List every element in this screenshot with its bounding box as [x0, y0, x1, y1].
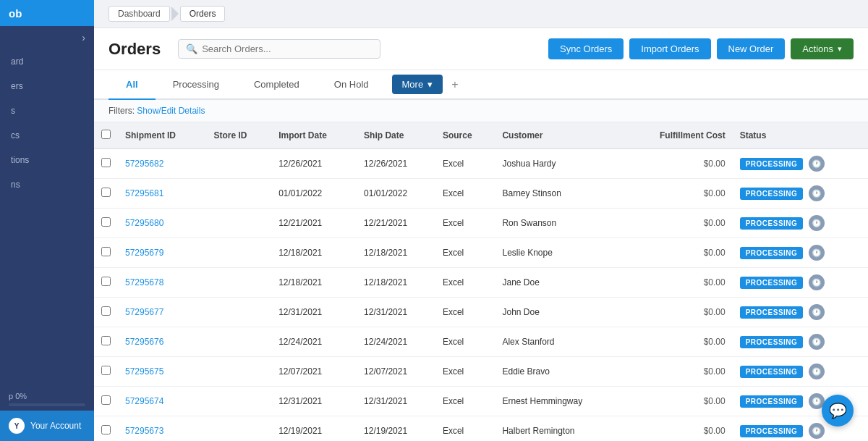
search-input[interactable] — [202, 43, 373, 54]
history-button[interactable]: 🕐 — [809, 185, 825, 201]
row-store-id — [206, 149, 271, 179]
row-source: Excel — [435, 416, 495, 442]
row-store-id — [206, 387, 271, 416]
table-row: 57295679 12/18/2021 12/18/2021 Excel Les… — [94, 238, 868, 268]
actions-button[interactable]: Actions — [791, 38, 854, 59]
shipment-id-link[interactable]: 57295675 — [125, 366, 163, 377]
table-row: 57295674 12/31/2021 12/31/2021 Excel Ern… — [94, 387, 868, 416]
row-checkbox-cell[interactable] — [94, 268, 118, 298]
history-button[interactable]: 🕐 — [809, 423, 825, 439]
row-checkbox-cell[interactable] — [94, 357, 118, 387]
row-checkbox-cell[interactable] — [94, 298, 118, 327]
tabs-add-button[interactable]: + — [443, 74, 467, 96]
shipment-id-link[interactable]: 57295676 — [125, 337, 163, 347]
row-checkbox-cell[interactable] — [94, 238, 118, 268]
chat-fab-button[interactable]: 💬 — [822, 395, 854, 427]
history-button[interactable]: 🕐 — [809, 304, 825, 320]
select-all-checkbox[interactable] — [101, 130, 111, 139]
row-ship-date: 12/21/2021 — [357, 209, 435, 238]
sidebar-account[interactable]: Y Your Account — [0, 411, 94, 441]
table-row: 57295680 12/21/2021 12/21/2021 Excel Ron… — [94, 209, 868, 238]
shipment-id-link[interactable]: 57295673 — [125, 426, 163, 436]
row-fulfillment-cost: $0.00 — [624, 357, 733, 387]
row-source: Excel — [435, 298, 495, 327]
row-fulfillment-cost: $0.00 — [624, 268, 733, 298]
row-store-id — [206, 238, 271, 268]
sidebar-item-dashboard[interactable]: ard — [0, 49, 94, 74]
row-checkbox[interactable] — [101, 366, 111, 375]
show-edit-details-link[interactable]: Show/Edit Details — [137, 106, 205, 116]
sidebar-item-analytics[interactable]: cs — [0, 123, 94, 148]
col-ship-date: Ship Date — [357, 122, 435, 149]
row-checkbox-cell[interactable] — [94, 179, 118, 209]
sidebar-progress-section: p 0% — [0, 387, 94, 411]
sidebar-progress-label: p — [9, 392, 13, 400]
row-source: Excel — [435, 268, 495, 298]
row-import-date: 12/07/2021 — [271, 357, 357, 387]
row-checkbox[interactable] — [101, 336, 111, 345]
shipment-id-link[interactable]: 57295674 — [125, 396, 163, 406]
history-button[interactable]: 🕐 — [809, 274, 825, 290]
row-customer: Ernest Hemmingway — [495, 387, 624, 416]
sidebar-item-orders[interactable]: ers — [0, 74, 94, 98]
row-checkbox[interactable] — [101, 158, 111, 167]
row-status-cell: PROCESSING 🕐 — [733, 238, 868, 268]
row-checkbox[interactable] — [101, 277, 111, 286]
tabs-more-button[interactable]: More ▾ — [392, 75, 443, 94]
history-button[interactable]: 🕐 — [809, 156, 825, 172]
sidebar-item-notifications[interactable]: ns — [0, 172, 94, 197]
row-fulfillment-cost: $0.00 — [624, 416, 733, 442]
row-source: Excel — [435, 209, 495, 238]
history-button[interactable]: 🕐 — [809, 245, 825, 261]
table-row: 57295675 12/07/2021 12/07/2021 Excel Edd… — [94, 357, 868, 387]
status-badge: PROCESSING — [740, 336, 804, 348]
history-button[interactable]: 🕐 — [809, 334, 825, 350]
breadcrumb: Dashboard Orders — [94, 0, 868, 28]
row-source: Excel — [435, 387, 495, 416]
row-checkbox[interactable] — [101, 188, 111, 197]
row-checkbox-cell[interactable] — [94, 387, 118, 416]
status-badge: PROCESSING — [740, 366, 804, 378]
shipment-id-link[interactable]: 57295677 — [125, 307, 163, 317]
orders-table: Shipment ID Store ID Import Date Ship Da… — [94, 122, 868, 441]
tab-all[interactable]: All — [109, 70, 156, 100]
breadcrumb-orders[interactable]: Orders — [180, 6, 226, 22]
import-orders-button[interactable]: Import Orders — [629, 38, 710, 59]
tab-processing[interactable]: Processing — [156, 70, 237, 100]
row-checkbox-cell[interactable] — [94, 209, 118, 238]
status-badge: PROCESSING — [740, 395, 804, 408]
sidebar-item-settings[interactable]: tions — [0, 148, 94, 172]
row-source: Excel — [435, 357, 495, 387]
status-badge: PROCESSING — [740, 158, 804, 170]
row-checkbox[interactable] — [101, 425, 111, 434]
shipment-id-link[interactable]: 57295678 — [125, 277, 163, 287]
tab-completed[interactable]: Completed — [237, 70, 317, 100]
history-button[interactable]: 🕐 — [809, 364, 825, 379]
shipment-id-link[interactable]: 57295681 — [125, 188, 163, 198]
sidebar-progress-percent: 0% — [15, 392, 27, 400]
row-checkbox[interactable] — [101, 306, 111, 316]
sidebar-collapse-button[interactable]: › — [0, 26, 94, 49]
row-checkbox[interactable] — [101, 217, 111, 227]
breadcrumb-dashboard[interactable]: Dashboard — [109, 6, 170, 22]
shipment-id-link[interactable]: 57295680 — [125, 218, 163, 228]
select-all-column[interactable] — [94, 122, 118, 149]
row-status-cell: PROCESSING 🕐 — [733, 149, 868, 179]
tab-on-hold[interactable]: On Hold — [317, 70, 386, 100]
shipment-id-link[interactable]: 57295682 — [125, 159, 163, 169]
new-order-button[interactable]: New Order — [717, 38, 786, 59]
search-box[interactable]: 🔍 — [178, 39, 380, 59]
history-button[interactable]: 🕐 — [809, 215, 825, 231]
row-checkbox-cell[interactable] — [94, 327, 118, 357]
row-checkbox-cell[interactable] — [94, 149, 118, 179]
row-checkbox-cell[interactable] — [94, 416, 118, 442]
row-shipment-id: 57295680 — [118, 209, 206, 238]
sidebar-item-shipments[interactable]: s — [0, 98, 94, 123]
row-shipment-id: 57295676 — [118, 327, 206, 357]
row-shipment-id: 57295673 — [118, 416, 206, 442]
row-fulfillment-cost: $0.00 — [624, 327, 733, 357]
row-checkbox[interactable] — [101, 395, 111, 405]
sync-orders-button[interactable]: Sync Orders — [548, 38, 624, 59]
shipment-id-link[interactable]: 57295679 — [125, 248, 163, 258]
row-checkbox[interactable] — [101, 247, 111, 256]
